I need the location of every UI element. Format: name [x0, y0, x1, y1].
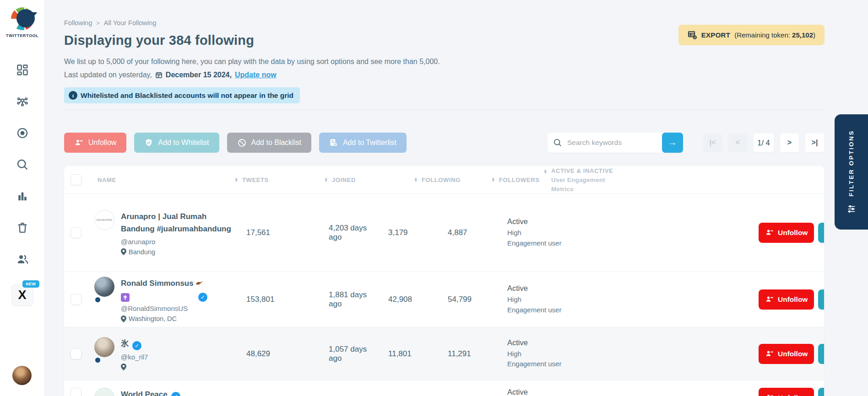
breadcrumb: Following > All Your Following	[64, 19, 156, 27]
unfollow-label: Unfollow	[778, 350, 808, 358]
unfollow-button[interactable]: Unfollow	[759, 289, 814, 310]
profile-avatar[interactable]	[12, 366, 32, 385]
select-all-checkbox[interactable]	[71, 174, 81, 185]
add-to-twitterlist-button[interactable]: Add to Twitterlist	[319, 133, 407, 153]
column-header-tweets[interactable]: TWEETS	[242, 177, 269, 183]
column-header-following[interactable]: FOLLOWING	[422, 177, 461, 183]
breadcrumb-all-your-following[interactable]: All Your Following	[104, 19, 156, 27]
sidebar-item-target[interactable]	[14, 126, 31, 140]
column-header-followers[interactable]: FOLLOWERS	[499, 177, 539, 183]
cell-following: 11,801	[380, 349, 439, 359]
row-actions: Unfollow	[694, 289, 824, 310]
row-checkbox[interactable]	[71, 294, 81, 305]
chevron-left-icon: <	[736, 139, 740, 147]
whitelist-button[interactable]	[818, 223, 824, 243]
shield-check-icon	[824, 295, 824, 305]
row-checkbox[interactable]	[71, 348, 81, 359]
cell-engagement-metrics: Active	[499, 388, 694, 396]
column-header-name[interactable]: NAME	[98, 177, 116, 183]
search-icon	[553, 138, 562, 147]
person-minus-icon	[765, 295, 774, 304]
location-pin-icon	[121, 316, 126, 322]
column-header-joined[interactable]: JOINED	[332, 177, 356, 183]
sort-arrows-icon[interactable]: ▲▼	[234, 177, 239, 182]
row-checkbox[interactable]	[71, 388, 81, 396]
x-logo-icon: X	[18, 289, 26, 301]
whitelist-button[interactable]	[818, 289, 824, 310]
bird-logo-icon	[11, 7, 34, 30]
list-plus-icon	[329, 138, 338, 147]
avatar[interactable]	[94, 277, 114, 297]
add-to-whitelist-button[interactable]: Add to Whitelist	[134, 133, 219, 153]
unfollow-label: Unfollow	[778, 229, 808, 237]
whitelist-button[interactable]	[818, 344, 824, 364]
user-cell: WORLD World Peace✓	[90, 388, 238, 396]
unfollow-button[interactable]: Unfollow	[759, 223, 814, 243]
sidebar-item-analytics[interactable]	[14, 189, 31, 203]
user-handle[interactable]: @arunapro	[121, 238, 238, 246]
unfollow-button[interactable]: Unfollow	[759, 344, 814, 364]
person-minus-icon	[74, 138, 84, 148]
search-icon	[16, 158, 29, 171]
unfollow-button[interactable]: Unfollow	[759, 388, 814, 396]
online-dot-indicator	[95, 358, 100, 363]
avatar[interactable]	[94, 337, 114, 357]
search-input[interactable]	[566, 138, 662, 147]
sort-arrows-icon[interactable]: ▲▼	[324, 177, 328, 182]
column-header-metrics[interactable]: ACTIVE & INACTIVE User Engagement Metric…	[551, 167, 613, 193]
bulk-unfollow-button[interactable]: Unfollow	[64, 133, 126, 153]
sidebar-item-x-twitter[interactable]: X NEW	[11, 284, 33, 306]
row-checkbox[interactable]	[71, 227, 81, 238]
verified-badge-icon: ✓	[198, 293, 207, 302]
pagination: |< < 1/ 4 > >|	[703, 134, 824, 152]
verified-badge-icon: ✓	[132, 341, 141, 350]
notice-banner: i Whitelisted and Blacklisted accounts w…	[64, 87, 300, 103]
first-page-icon: |<	[710, 139, 716, 147]
sidebar-item-search[interactable]	[14, 158, 31, 171]
next-page-button[interactable]: >	[780, 134, 799, 152]
table-header-row: NAME ▲▼TWEETS ▲▼JOINED ▲▼FOLLOWING ▲▼FOL…	[64, 166, 824, 194]
cell-joined: 4,203 days ago	[320, 224, 380, 242]
cell-tweets: 153,801	[238, 295, 320, 304]
target-icon	[16, 127, 29, 139]
sort-arrows-icon[interactable]: ▲▼	[491, 177, 495, 182]
sort-arrows-icon[interactable]: ▲▼	[414, 177, 418, 182]
user-location: Bandung	[129, 248, 155, 256]
user-name[interactable]: World Peace	[121, 390, 168, 396]
location-pin-icon	[121, 248, 126, 255]
add-to-blacklist-button[interactable]: Add to Blacklist	[227, 133, 311, 153]
sort-arrows-icon[interactable]: ▲▼	[543, 169, 548, 174]
search-submit-button[interactable]: →	[662, 133, 683, 153]
user-name[interactable]: Ronald Simmonsus	[121, 279, 194, 288]
export-token-text: (Remaining token: 25,102)	[734, 31, 815, 39]
verified-badge-icon: ✓	[171, 392, 180, 396]
last-updated-text: Last updated on yesterday,	[64, 71, 152, 79]
avatar[interactable]: ARUNAPRO	[94, 210, 114, 230]
export-button[interactable]: EXPORT (Remaining token: 25,102)	[678, 25, 825, 45]
trash-icon	[16, 221, 29, 234]
avatar[interactable]: WORLD	[94, 388, 114, 396]
sidebar-item-network[interactable]	[14, 95, 31, 108]
chevron-right-icon: >	[787, 139, 792, 147]
user-name[interactable]: Arunapro | Jual Rumah Bandung #jualrumah…	[121, 212, 231, 233]
table-row: Ronald Simmonsus ✓ @RonaldSimmonsUS Wash…	[64, 272, 824, 327]
sidebar-item-users[interactable]	[14, 252, 31, 266]
sidebar-item-dashboard[interactable]	[14, 63, 31, 77]
bulk-unfollow-label: Unfollow	[88, 139, 116, 147]
page-subtitle: We list up to 5,000 of your following he…	[64, 58, 440, 66]
cell-following: 42,908	[380, 295, 439, 304]
status-active-label: Active	[507, 388, 528, 396]
whitelist-button[interactable]	[818, 388, 824, 396]
engagement-label: High Engagement user	[507, 294, 562, 315]
user-name[interactable]: 氷	[121, 339, 129, 348]
user-handle[interactable]: @RonaldSimmonsUS	[121, 305, 207, 312]
user-handle[interactable]: @ko_ril7	[121, 353, 148, 361]
breadcrumb-following[interactable]: Following	[64, 19, 92, 27]
prev-page-button[interactable]: <	[728, 134, 747, 152]
engagement-label: High Engagement user	[507, 349, 562, 369]
sidebar-item-trash[interactable]	[14, 221, 31, 235]
last-page-button[interactable]: >|	[805, 134, 824, 152]
first-page-button[interactable]: |<	[703, 134, 722, 152]
update-now-link[interactable]: Update now	[235, 71, 277, 79]
filter-options-tab[interactable]: FILTER OPTIONS	[835, 114, 868, 230]
